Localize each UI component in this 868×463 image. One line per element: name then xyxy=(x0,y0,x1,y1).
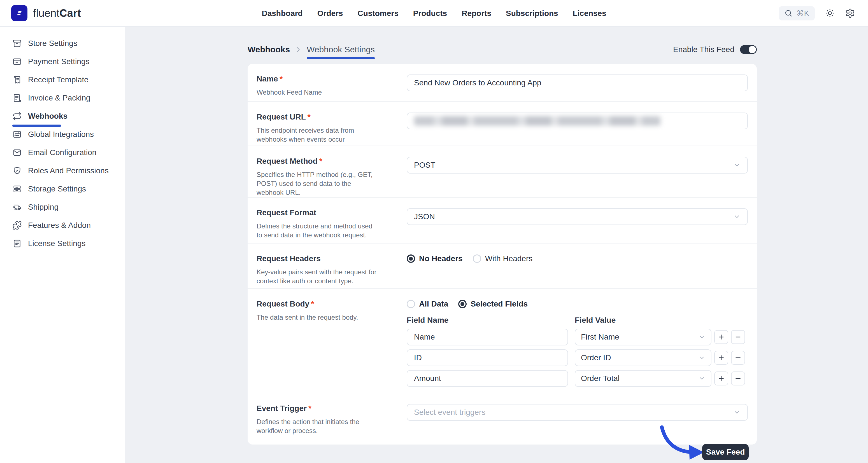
settings-sidebar: Store Settings Payment Settings Receipt … xyxy=(0,27,125,463)
repeat-icon xyxy=(12,111,22,121)
add-field-button[interactable] xyxy=(714,351,728,365)
plus-icon xyxy=(718,354,725,361)
sidebar-item-webhooks[interactable]: Webhooks xyxy=(0,107,125,125)
sidebar-item-license-settings[interactable]: License Settings xyxy=(0,234,125,253)
chevron-right-icon xyxy=(294,46,302,54)
field-value-select[interactable]: Order Total xyxy=(575,370,711,387)
sidebar-item-payment-settings[interactable]: Payment Settings xyxy=(0,52,125,70)
chevron-down-icon xyxy=(699,334,705,340)
request-body-helper: The data sent in the request body. xyxy=(256,313,380,322)
breadcrumb-webhooks[interactable]: Webhooks xyxy=(248,45,290,54)
theme-sun-icon[interactable] xyxy=(825,8,835,18)
field-row: ID Order ID xyxy=(407,349,748,366)
license-doc-icon xyxy=(12,239,22,248)
envelope-icon xyxy=(12,148,22,157)
sidebar-item-email-configuration[interactable]: Email Configuration xyxy=(0,143,125,162)
sidebar-item-global-integrations[interactable]: Global Integrations xyxy=(0,125,125,143)
nav-products[interactable]: Products xyxy=(413,9,447,18)
form-row-request-format: Request Format Defines the structure and… xyxy=(248,197,757,243)
sidebar-item-label: Features & Addon xyxy=(28,221,91,230)
sidebar-item-shipping[interactable]: Shipping xyxy=(0,198,125,216)
save-feed-button[interactable]: Save Feed xyxy=(702,444,749,460)
remove-field-button[interactable] xyxy=(731,330,745,344)
sidebar-item-store-settings[interactable]: Store Settings xyxy=(0,34,125,52)
form-row-request-method: Request Method* Specifies the HTTP metho… xyxy=(248,145,757,197)
required-marker: * xyxy=(308,112,311,121)
minus-icon xyxy=(735,375,742,382)
radio-label: With Headers xyxy=(485,254,533,263)
name-input[interactable]: Send New Orders to Accounting App xyxy=(407,74,748,91)
radio-selected-fields[interactable]: Selected Fields xyxy=(458,300,528,308)
field-value-select[interactable]: First Name xyxy=(575,329,711,345)
redacted-url-value xyxy=(414,116,660,126)
fluentcart-logo-icon[interactable] xyxy=(11,5,27,21)
sidebar-item-label: Receipt Template xyxy=(28,75,89,84)
sidebar-item-invoice-packing[interactable]: Invoice & Packing xyxy=(0,89,125,107)
select-placeholder: Select event triggers xyxy=(414,408,486,417)
sidebar-item-roles-permissions[interactable]: Roles And Permissions xyxy=(0,162,125,180)
request-format-helper: Defines the structure and method used to… xyxy=(256,222,380,240)
sidebar-item-receipt-template[interactable]: Receipt Template xyxy=(0,70,125,89)
nav-orders[interactable]: Orders xyxy=(317,9,343,18)
add-field-button[interactable] xyxy=(714,371,728,386)
invoice-icon xyxy=(12,93,22,103)
field-value-select[interactable]: Order ID xyxy=(575,349,711,366)
breadcrumb: Webhooks Webhook Settings xyxy=(248,45,375,54)
request-url-input[interactable] xyxy=(407,112,748,129)
sidebar-item-features-addon[interactable]: Features & Addon xyxy=(0,216,125,234)
radio-label: All Data xyxy=(419,300,448,308)
nav-dashboard[interactable]: Dashboard xyxy=(261,9,303,18)
radio-unselected-icon xyxy=(407,300,415,308)
radio-selected-icon xyxy=(458,300,467,308)
sidebar-item-storage-settings[interactable]: Storage Settings xyxy=(0,180,125,198)
required-marker: * xyxy=(308,404,311,412)
required-marker: * xyxy=(319,157,322,165)
nav-customers[interactable]: Customers xyxy=(358,9,399,18)
toggle-knob xyxy=(749,46,756,53)
request-body-label: Request Body* xyxy=(256,300,407,308)
request-method-select[interactable]: POST xyxy=(407,157,748,173)
database-icon xyxy=(12,184,22,194)
breadcrumb-webhook-settings[interactable]: Webhook Settings xyxy=(307,45,375,54)
enable-feed-label: Enable This Feed xyxy=(673,45,735,54)
field-row: Name First Name xyxy=(407,329,748,345)
add-field-button[interactable] xyxy=(714,330,728,344)
radio-selected-icon xyxy=(407,255,415,263)
field-name-input[interactable]: Amount xyxy=(407,370,568,387)
chevron-down-icon xyxy=(733,213,741,220)
sidebar-item-label: Invoice & Packing xyxy=(28,94,90,102)
name-helper: Webhook Feed Name xyxy=(256,88,380,97)
radio-with-headers[interactable]: With Headers xyxy=(473,254,533,263)
request-format-select[interactable]: JSON xyxy=(407,208,748,225)
required-marker: * xyxy=(280,74,283,83)
nav-licenses[interactable]: Licenses xyxy=(573,9,607,18)
brand-name: fluentCart xyxy=(33,7,81,19)
field-name-input[interactable]: ID xyxy=(407,349,568,366)
chevron-down-icon xyxy=(699,354,705,361)
remove-field-button[interactable] xyxy=(731,351,745,365)
chevron-down-icon xyxy=(733,409,741,416)
global-search[interactable]: ⌘K xyxy=(779,6,815,21)
nav-subscriptions[interactable]: Subscriptions xyxy=(506,9,558,18)
form-row-request-headers: Request Headers Key-value pairs sent wit… xyxy=(248,243,757,288)
sidebar-item-label: Storage Settings xyxy=(28,185,86,193)
remove-field-button[interactable] xyxy=(731,371,745,386)
field-name-input[interactable]: Name xyxy=(407,329,568,345)
radio-no-headers[interactable]: No Headers xyxy=(407,254,463,263)
event-trigger-select[interactable]: Select event triggers xyxy=(407,404,748,421)
sidebar-item-label: License Settings xyxy=(28,239,86,248)
radio-all-data[interactable]: All Data xyxy=(407,300,448,308)
chevron-down-icon xyxy=(733,162,741,169)
enable-feed-toggle[interactable] xyxy=(740,45,757,54)
top-navigation: Dashboard Orders Customers Products Repo… xyxy=(261,0,606,27)
request-format-label: Request Format xyxy=(256,208,407,217)
integration-panel-icon xyxy=(12,130,22,139)
request-method-helper: Specifies the HTTP method (e.g., GET, PO… xyxy=(256,170,380,197)
credit-card-icon xyxy=(12,57,22,66)
form-row-request-body: Request Body* The data sent in the reque… xyxy=(248,288,757,393)
nav-reports[interactable]: Reports xyxy=(462,9,491,18)
settings-gear-icon[interactable] xyxy=(845,8,855,18)
sidebar-item-label: Shipping xyxy=(28,203,59,211)
sidebar-item-label: Payment Settings xyxy=(28,57,89,66)
required-marker: * xyxy=(311,300,314,308)
